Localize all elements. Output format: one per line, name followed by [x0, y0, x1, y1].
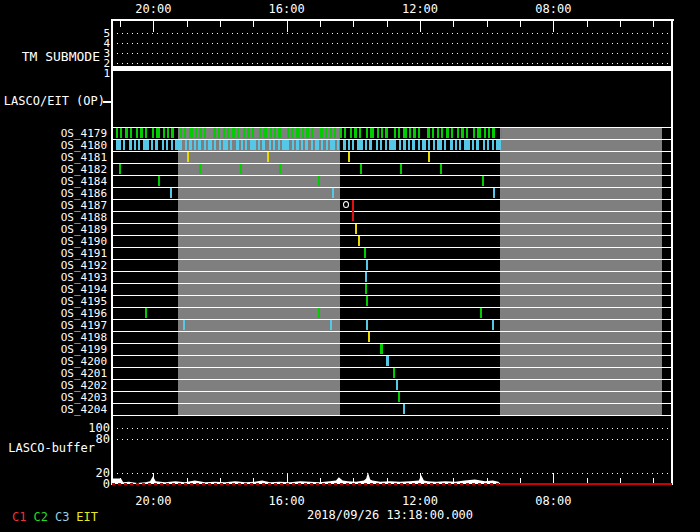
event-tick-dense	[241, 140, 243, 150]
row-separator	[112, 199, 672, 200]
event-tick-dense	[171, 140, 173, 150]
event-tick-dense	[320, 128, 323, 138]
event-tick	[398, 392, 400, 402]
event-tick-dense	[116, 128, 118, 138]
row-label: OS_4202	[0, 380, 107, 391]
row-label: OS_4201	[0, 368, 107, 379]
row-separator	[112, 247, 672, 248]
tm-ytick-label: 1	[98, 68, 110, 79]
event-tick-dense	[227, 128, 229, 138]
row-label: OS_4196	[0, 308, 107, 319]
time-minor-tick-top	[487, 21, 488, 27]
time-minor-tick-top	[387, 21, 388, 27]
tm-gridline	[112, 53, 672, 54]
event-tick	[492, 320, 494, 330]
event-tick-dense	[488, 128, 490, 138]
event-tick-dense	[376, 140, 378, 150]
event-tick-dense	[130, 128, 132, 138]
event-tick-dense	[321, 140, 323, 150]
event-tick	[267, 152, 269, 162]
row-separator	[112, 283, 672, 284]
event-tick-dense	[385, 140, 387, 150]
event-tick-dense	[330, 128, 332, 138]
event-tick	[482, 176, 484, 186]
event-tick	[366, 260, 368, 270]
event-tick-dense	[381, 128, 383, 138]
event-tick-dense	[369, 140, 372, 150]
event-tick-dense	[354, 128, 357, 138]
event-tick-dense	[483, 140, 485, 150]
time-major-tick-top	[287, 21, 288, 32]
event-tick-dense	[418, 128, 420, 138]
event-tick-dense	[219, 140, 221, 150]
row-label: OS_4198	[0, 332, 107, 343]
event-tick-dense	[311, 128, 313, 138]
row-label: OS_4197	[0, 320, 107, 331]
event-tick-dense	[301, 140, 303, 150]
event-tick-dense	[451, 128, 453, 138]
time-minor-tick-top	[620, 21, 621, 27]
event-tick	[386, 356, 389, 366]
time-minor-tick-top	[653, 21, 654, 27]
time-minor-tick-top	[453, 21, 454, 27]
event-tick	[365, 284, 367, 294]
event-tick-dense	[273, 140, 275, 150]
event-tick	[400, 164, 402, 174]
event-tick	[380, 344, 383, 354]
legend-item-c1: C1	[12, 510, 26, 524]
event-tick-dense	[357, 140, 363, 150]
row-separator	[112, 175, 672, 176]
event-tick-dense	[370, 128, 374, 138]
event-tick-dense	[466, 128, 468, 138]
event-tick-dense	[385, 128, 388, 138]
event-tick-dense	[252, 128, 254, 138]
event-tick	[318, 176, 320, 186]
event-tick-dense	[162, 140, 164, 150]
row-separator	[112, 307, 672, 308]
event-tick	[352, 200, 354, 221]
event-tick-dense	[185, 140, 187, 150]
event-tick-dense	[292, 140, 294, 150]
op-axis-tick	[103, 101, 111, 103]
event-tick-dense	[441, 128, 443, 138]
event-tick-dense	[167, 128, 169, 138]
event-tick	[396, 380, 398, 390]
event-tick-dense	[428, 140, 430, 150]
legend-item-c2: C2	[33, 510, 47, 524]
event-tick	[480, 308, 482, 318]
row-separator	[112, 391, 672, 392]
row-separator	[112, 343, 672, 344]
event-tick	[170, 188, 172, 198]
row-label: OS_4200	[0, 356, 107, 367]
event-tick-dense	[403, 140, 406, 150]
event-tick-dense	[208, 140, 212, 150]
row-label: OS_4187	[0, 200, 107, 211]
row-label: OS_4184	[0, 176, 107, 187]
event-tick	[428, 152, 430, 162]
row-label: OS_4199	[0, 344, 107, 355]
event-tick	[403, 404, 405, 414]
event-tick	[279, 164, 281, 174]
event-tick-dense	[223, 140, 228, 150]
tm-submode-label: TM SUBMODE	[0, 51, 100, 63]
event-tick	[348, 152, 350, 162]
event-tick	[366, 320, 368, 330]
time-major-tick-top	[553, 21, 554, 32]
event-tick-dense	[339, 128, 342, 138]
event-tick-dense	[343, 140, 346, 150]
event-tick-dense	[389, 140, 396, 150]
event-tick	[355, 224, 357, 234]
event-tick-dense	[278, 128, 281, 138]
event-tick-dense	[315, 140, 319, 150]
row-label: OS_4180	[0, 140, 107, 151]
row-separator	[112, 367, 672, 368]
event-tick-dense	[258, 140, 260, 150]
event-tick-dense	[330, 140, 335, 150]
time-minor-tick-top	[120, 21, 121, 27]
event-tick-dense	[184, 128, 186, 138]
time-label-bottom: 20:00	[123, 495, 183, 507]
event-tick-dense	[155, 140, 158, 150]
row-label: OS_4195	[0, 296, 107, 307]
row-label: OS_4188	[0, 212, 107, 223]
buffer-baseline-solid	[500, 483, 672, 485]
